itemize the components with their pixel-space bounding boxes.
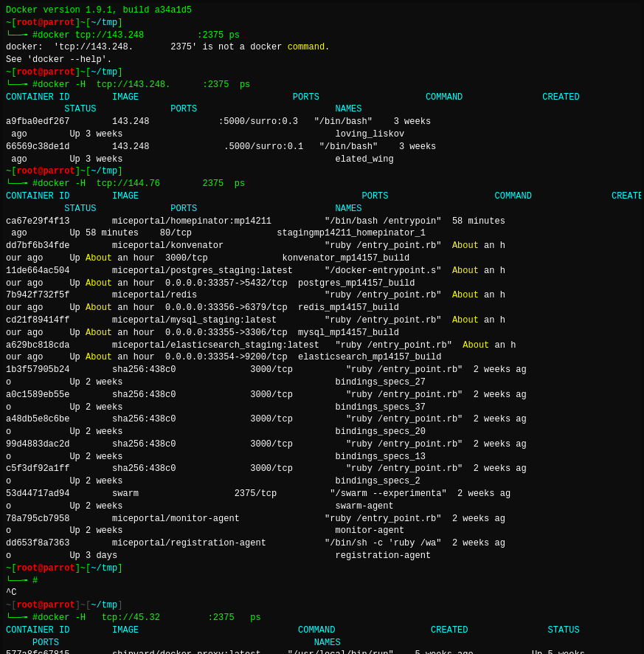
line-12: ago Up 3 weeks elated_wing: [6, 154, 638, 166]
line-25: our ago Up About an hour 0.0.0.0:33355->…: [6, 327, 638, 340]
line-1: Docker version 1.9.1, build a34a1d5: [6, 4, 638, 17]
line-4: See 'docker --help'.: [6, 54, 638, 66]
line-20: 11de664ac504 miceportal/postgres_staging…: [6, 265, 638, 278]
line-header3: CONTAINER ID IMAGE PORTS COMMAND CREATED: [6, 190, 638, 203]
line-19: our ago Up About an hour 3000/tcp konven…: [6, 252, 638, 265]
line-21: our ago Up About an hour 0.0.0.0:33357->…: [6, 278, 638, 290]
line-34: 99d4883dac2d sha256:438c0 3000/tcp "ruby…: [6, 438, 638, 451]
line-18: dd7bf6b34fde miceportal/konvenator "ruby…: [6, 240, 638, 252]
line-9: a9fba0edf267 143.248 :5000/surro:0.3 "/b…: [6, 116, 638, 128]
line-header4: STATUS PORTS NAMES: [6, 203, 638, 216]
line-42: dd653f8a7363 miceportal/registration-age…: [6, 537, 638, 550]
line-31: o Up 2 weeks bindings_specs_37: [6, 402, 638, 414]
terminal-window: Docker version 1.9.1, build a34a1d5 ~[ro…: [3, 3, 641, 654]
terminal-content: Docker version 1.9.1, build a34a1d5 ~[ro…: [3, 3, 641, 654]
line-36: c5f3df92a1ff sha256:438c0 3000/tcp "ruby…: [6, 463, 638, 475]
line-43: o Up 3 days registration-agent: [6, 550, 638, 562]
line-30: a0c1589eb55e sha256:438c0 3000/tcp "ruby…: [6, 389, 638, 402]
line-10: ago Up 3 weeks loving_liskov: [6, 128, 638, 141]
line-28: 1b3f57905b24 sha256:438c0 3000/tcp "ruby…: [6, 364, 638, 376]
line-16: ca67e29f4f13 miceportal/homepinator:mp14…: [6, 216, 638, 228]
line-22: 7b942f732f5f miceportal/redis "ruby /ent…: [6, 289, 638, 302]
line-37: o Up 2 weeks bindings_specs_2: [6, 475, 638, 488]
line-11: 66569c38de1d 143.248 .5000/surro:0.1 "/b…: [6, 141, 638, 154]
line-29: o Up 2 weeks bindings_specs_27: [6, 376, 638, 389]
line-45: ^C: [6, 587, 638, 599]
line-35: o Up 2 weeks bindings_specs_13: [6, 451, 638, 464]
line-41: o Up 2 weeks monitor-agent: [6, 525, 638, 537]
line-50: 577a8fc67815 shipyard/docker-proxy:lates…: [6, 649, 638, 654]
line-27: our ago Up About an hour 0.0.0.0:33354->…: [6, 351, 638, 364]
line-header6: PORTS NAMES: [6, 637, 638, 650]
line-5: ~[root@parrot]~[~/tmp]└──╼ #docker -H tc…: [6, 66, 638, 92]
line-2: ~[root@parrot]~[~/tmp]└──╼ #docker tcp:/…: [6, 17, 638, 42]
line-23: our ago Up About an hour 0.0.0.0:33356->…: [6, 302, 638, 314]
line-3: docker: 'tcp://143.248. 2375' is not a d…: [6, 41, 638, 54]
line-38: 53d44717ad94 swarm 2375/tcp "/swarm --ex…: [6, 488, 638, 500]
line-17: ago Up 58 minutes 80/tcp stagingmp14211_…: [6, 227, 638, 240]
line-44: ~[root@parrot]~[~/tmp]└──╼ #: [6, 562, 638, 588]
line-47: └──╼ #docker -H tcp://45.32 :2375 ps: [6, 612, 638, 624]
line-39: o Up 2 weeks swarm-agent: [6, 500, 638, 513]
line-32: a48db5e8c6be sha256:438c0 3000/tcp "ruby…: [6, 413, 638, 426]
line-header5: CONTAINER ID IMAGE COMMAND CREATED STATU…: [6, 624, 638, 637]
line-header1: CONTAINER ID IMAGE PORTS COMMAND CREATED: [6, 92, 638, 104]
line-46: ~[root@parrot]~[~/tmp]: [6, 599, 638, 612]
line-header2: STATUS PORTS NAMES: [6, 103, 638, 116]
line-26: a629bc818cda miceportal/elasticsearch_st…: [6, 340, 638, 352]
line-24: cd21f89414ff miceportal/mysql_staging:la…: [6, 314, 638, 327]
line-33: o Up 2 weeks bindings_specs_20: [6, 426, 638, 438]
line-13: ~[root@parrot]~[~/tmp]└──╼ #docker -H tc…: [6, 165, 638, 190]
line-40: 78a795cb7958 miceportal/monitor-agent "r…: [6, 513, 638, 526]
